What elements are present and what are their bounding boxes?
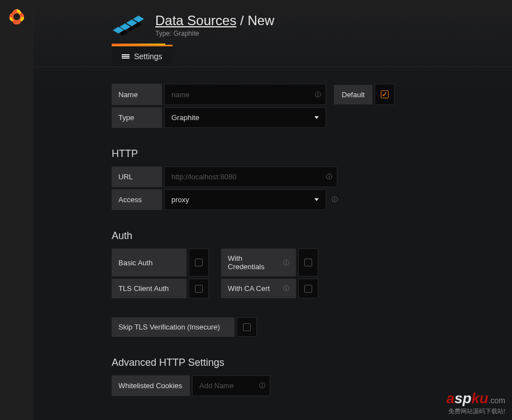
tls-client-auth-checkbox[interactable] <box>189 279 209 298</box>
tls-client-auth-label: TLS Client Auth <box>112 279 186 298</box>
with-ca-cert-checkbox[interactable] <box>298 279 318 298</box>
chevron-down-icon <box>314 116 319 119</box>
url-input[interactable] <box>171 167 323 187</box>
info-icon[interactable]: ⓘ <box>283 284 289 293</box>
access-label: Access <box>112 189 162 210</box>
main-content: Data Sources / New Type: Graphite Settin… <box>34 0 512 420</box>
with-credentials-label: With Credentials ⓘ <box>221 249 296 276</box>
title-block: Data Sources / New Type: Graphite <box>155 13 274 37</box>
info-icon[interactable]: ⓘ <box>315 90 321 99</box>
sidebar <box>0 0 34 420</box>
skip-tls-checkbox[interactable] <box>237 317 257 337</box>
check-icon: ✓ <box>382 90 387 98</box>
default-checkbox[interactable]: ✓ <box>375 84 395 105</box>
page-header: Data Sources / New Type: Graphite <box>34 0 512 45</box>
type-select[interactable]: Graphite <box>164 107 326 128</box>
skip-tls-label: Skip TLS Verification (Insecure) <box>112 317 235 337</box>
tabs-bar: Settings <box>34 45 512 67</box>
info-icon[interactable]: ⓘ <box>332 195 338 204</box>
whitelisted-input-wrap: ⓘ <box>192 375 270 396</box>
url-input-wrap: ⓘ <box>164 166 337 187</box>
type-label: Type <box>112 107 162 128</box>
section-advanced: Advanced HTTP Settings <box>112 357 434 369</box>
info-icon[interactable]: ⓘ <box>259 381 265 390</box>
watermark: aspku.com 免费网站源码下载站! <box>446 390 505 416</box>
name-input[interactable] <box>171 85 312 104</box>
section-auth: Auth <box>112 230 434 242</box>
datasource-graphite-icon <box>112 11 145 39</box>
whitelisted-cookies-label: Whitelisted Cookies <box>112 375 190 396</box>
breadcrumb-current: New <box>247 13 274 28</box>
type-value: Graphite <box>171 108 199 127</box>
info-icon[interactable]: ⓘ <box>326 173 332 181</box>
sliders-icon <box>122 53 130 60</box>
basic-auth-checkbox[interactable] <box>189 249 209 276</box>
grafana-logo-icon[interactable] <box>6 6 28 28</box>
chevron-down-icon <box>314 198 319 201</box>
page-title: Data Sources / New <box>155 13 274 28</box>
name-label: Name <box>112 84 162 105</box>
section-http: HTTP <box>112 148 434 160</box>
access-value: proxy <box>171 190 189 209</box>
info-icon[interactable]: ⓘ <box>283 259 289 267</box>
with-ca-cert-label: With CA Cert ⓘ <box>221 279 296 298</box>
page-subtitle: Type: Graphite <box>155 30 274 37</box>
default-label: Default <box>334 85 372 104</box>
breadcrumb-link-data-sources[interactable]: Data Sources <box>155 13 236 28</box>
tab-label: Settings <box>134 52 162 61</box>
tab-settings[interactable]: Settings <box>112 45 173 66</box>
basic-auth-label: Basic Auth <box>112 249 186 276</box>
url-label: URL <box>112 166 162 187</box>
form-content: Name ⓘ Default ✓ Type Graphite HTTP URL <box>34 67 512 409</box>
whitelisted-input[interactable] <box>199 376 256 395</box>
access-select[interactable]: proxy <box>164 189 326 210</box>
with-credentials-checkbox[interactable] <box>298 249 318 276</box>
name-input-wrap: ⓘ <box>164 84 326 105</box>
